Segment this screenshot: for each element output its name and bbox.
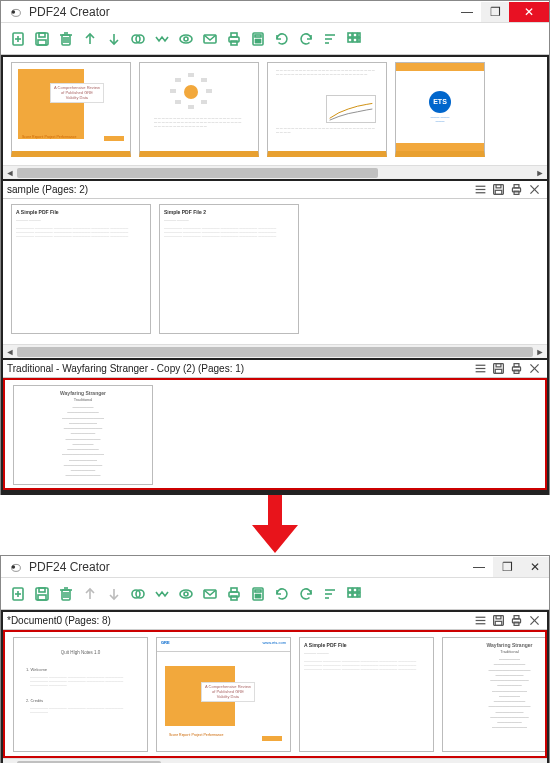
scroll-right-arrow[interactable]: ► bbox=[533, 346, 547, 358]
print-button[interactable] bbox=[223, 28, 245, 50]
up-button[interactable] bbox=[79, 28, 101, 50]
document-title: Traditional - Wayfaring Stranger - Copy … bbox=[7, 363, 244, 374]
page-thumbnail[interactable]: Wayfaring StrangerTraditional ——————————… bbox=[13, 385, 153, 485]
save-button[interactable] bbox=[31, 583, 53, 605]
app-title: PDF24 Creator bbox=[29, 5, 110, 19]
close-button[interactable]: ✕ bbox=[509, 2, 549, 22]
page-thumbnail[interactable]: A Simple PDF File ———— ———— —————— —————… bbox=[299, 637, 434, 752]
scroll-right-arrow[interactable]: ► bbox=[533, 167, 547, 179]
rotate-right-button[interactable] bbox=[295, 28, 317, 50]
app-title: PDF24 Creator bbox=[29, 560, 110, 574]
main-toolbar bbox=[1, 578, 549, 610]
document-panel: Traditional - Wayfaring Stranger - Copy … bbox=[3, 360, 547, 490]
join-button[interactable] bbox=[127, 28, 149, 50]
doc-print-button[interactable] bbox=[507, 361, 525, 377]
document-title: sample (Pages: 2) bbox=[7, 184, 88, 195]
doc-menu-button[interactable] bbox=[471, 361, 489, 377]
titlebar: PDF24 Creator — ❐ ✕ bbox=[1, 556, 549, 578]
titlebar: PDF24 Creator — ❐ ✕ bbox=[1, 1, 549, 23]
doc-print-button[interactable] bbox=[507, 182, 525, 198]
sort-button[interactable] bbox=[319, 28, 341, 50]
join-button[interactable] bbox=[127, 583, 149, 605]
mail-button[interactable] bbox=[199, 583, 221, 605]
horizontal-scrollbar[interactable]: ◄ ► bbox=[3, 344, 547, 358]
view-button[interactable] bbox=[175, 583, 197, 605]
document-title: *Document0 (Pages: 8) bbox=[7, 615, 111, 626]
delete-button[interactable] bbox=[55, 583, 77, 605]
add-button[interactable] bbox=[7, 28, 29, 50]
view-button[interactable] bbox=[175, 28, 197, 50]
thumbnail-row[interactable]: A Comprehensive Reviewof Published GREVa… bbox=[3, 57, 547, 165]
restore-button[interactable]: ❐ bbox=[481, 2, 509, 22]
page-thumbnail[interactable]: A Simple PDF File ———— ———— —————— —————… bbox=[11, 204, 151, 334]
doc-menu-button[interactable] bbox=[471, 182, 489, 198]
doc-save-button[interactable] bbox=[489, 361, 507, 377]
document-header: sample (Pages: 2) bbox=[3, 181, 547, 199]
horizontal-scrollbar[interactable]: ◄ ► bbox=[3, 165, 547, 179]
down-button[interactable] bbox=[103, 28, 125, 50]
red-arrow-annotation bbox=[0, 495, 550, 555]
main-toolbar bbox=[1, 23, 549, 55]
down-button[interactable] bbox=[103, 583, 125, 605]
thumbnail-row[interactable]: Wayfaring StrangerTraditional ——————————… bbox=[3, 378, 547, 490]
page-thumbnail[interactable]: ETS ——— —————— bbox=[395, 62, 485, 157]
document-area: *Document0 (Pages: 8) Quit HIgh Notes 1.… bbox=[1, 610, 549, 763]
minimize-button[interactable]: — bbox=[465, 557, 493, 577]
page-thumbnail[interactable]: Quit HIgh Notes 1.0 1. Welcome —————— ——… bbox=[13, 637, 148, 752]
page-thumbnail[interactable]: — — — — — — — — — — — — — — — — — — — — … bbox=[267, 62, 387, 157]
restore-button[interactable]: ❐ bbox=[493, 557, 521, 577]
minimize-button[interactable]: — bbox=[453, 2, 481, 22]
window-2: PDF24 Creator — ❐ ✕ *Document0 (Pages: 8… bbox=[0, 555, 550, 763]
document-area: A Comprehensive Reviewof Published GREVa… bbox=[1, 55, 549, 495]
rotate-left-button[interactable] bbox=[271, 28, 293, 50]
page-thumbnail[interactable]: GREwww.ets.com A Comprehensive Reviewof … bbox=[156, 637, 291, 752]
doc-close-button[interactable] bbox=[525, 613, 543, 629]
scroll-left-arrow[interactable]: ◄ bbox=[3, 167, 17, 179]
scroll-left-arrow[interactable]: ◄ bbox=[3, 346, 17, 358]
document-panel: *Document0 (Pages: 8) Quit HIgh Notes 1.… bbox=[3, 612, 547, 763]
rotate-left-button[interactable] bbox=[271, 583, 293, 605]
horizontal-scrollbar[interactable]: ◄ ► bbox=[3, 758, 547, 763]
add-button[interactable] bbox=[7, 583, 29, 605]
doc-print-button[interactable] bbox=[507, 613, 525, 629]
doc-menu-button[interactable] bbox=[471, 613, 489, 629]
app-icon bbox=[9, 5, 23, 19]
fax-button[interactable] bbox=[247, 28, 269, 50]
page-thumbnail[interactable]: Wayfaring StrangerTraditional ——————————… bbox=[442, 637, 547, 752]
thumbnail-row[interactable]: A Simple PDF File ———— ———— —————— —————… bbox=[3, 199, 547, 344]
fax-button[interactable] bbox=[247, 583, 269, 605]
scroll-right-arrow[interactable]: ► bbox=[533, 760, 547, 764]
window-1: PDF24 Creator — ❐ ✕ A Comprehensive Revi… bbox=[0, 0, 550, 495]
page-thumbnail[interactable]: Simple PDF File 2 ———— ———— —————— —————… bbox=[159, 204, 299, 334]
grid-button[interactable] bbox=[343, 28, 365, 50]
document-header: *Document0 (Pages: 8) bbox=[3, 612, 547, 630]
close-button[interactable]: ✕ bbox=[521, 557, 549, 577]
doc-save-button[interactable] bbox=[489, 613, 507, 629]
split-button[interactable] bbox=[151, 583, 173, 605]
thumbnail-row[interactable]: Quit HIgh Notes 1.0 1. Welcome —————— ——… bbox=[3, 630, 547, 758]
grid-button[interactable] bbox=[343, 583, 365, 605]
document-header: Traditional - Wayfaring Stranger - Copy … bbox=[3, 360, 547, 378]
doc-save-button[interactable] bbox=[489, 182, 507, 198]
sort-button[interactable] bbox=[319, 583, 341, 605]
scroll-left-arrow[interactable]: ◄ bbox=[3, 760, 17, 764]
doc-close-button[interactable] bbox=[525, 182, 543, 198]
split-button[interactable] bbox=[151, 28, 173, 50]
document-panel: A Comprehensive Reviewof Published GREVa… bbox=[3, 57, 547, 179]
doc-close-button[interactable] bbox=[525, 361, 543, 377]
print-button[interactable] bbox=[223, 583, 245, 605]
delete-button[interactable] bbox=[55, 28, 77, 50]
save-button[interactable] bbox=[31, 28, 53, 50]
page-thumbnail[interactable]: A Comprehensive Reviewof Published GREVa… bbox=[11, 62, 131, 157]
rotate-right-button[interactable] bbox=[295, 583, 317, 605]
up-button[interactable] bbox=[79, 583, 101, 605]
app-icon bbox=[9, 560, 23, 574]
mail-button[interactable] bbox=[199, 28, 221, 50]
document-panel: sample (Pages: 2) A Simple PDF File ————… bbox=[3, 181, 547, 358]
page-thumbnail[interactable]: — — — — — — — — — — — — — — — — — — — — … bbox=[139, 62, 259, 157]
